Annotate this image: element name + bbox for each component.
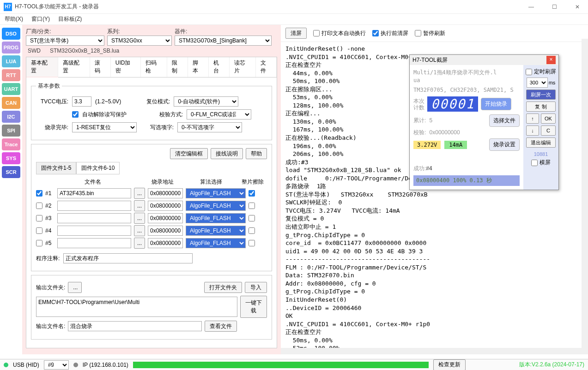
sidebar-uart[interactable]: UART (2, 83, 20, 95)
copy-button[interactable]: 复 制 (526, 101, 556, 112)
out-path-text[interactable]: EMMC\H7-TOOL\Programmer\User\Multi (36, 297, 237, 317)
fw-algo-1[interactable]: AlgoFile_FLASH (186, 188, 246, 198)
menu-target[interactable]: 目标板(Z) (58, 15, 82, 23)
fw-algo-2[interactable]: AlgoFile_FLASH (186, 201, 246, 211)
note-input[interactable] (63, 253, 193, 263)
fw-browse-2[interactable]: ... (134, 200, 145, 211)
open-folder-button[interactable]: 打开文件夹 (204, 282, 242, 293)
fw-tab-1-5[interactable]: 固件文件1-5 (36, 162, 76, 174)
tab-8[interactable]: 读芯片 (230, 57, 256, 77)
fw-file-2[interactable] (57, 201, 131, 211)
fw-erase-3[interactable] (249, 215, 255, 221)
sidebar-prog[interactable]: PROG (2, 42, 20, 54)
sidebar-rtt[interactable]: RTT (2, 69, 20, 81)
fw-erase-4[interactable] (249, 227, 255, 234)
fw-file-5[interactable] (57, 238, 131, 248)
c-button[interactable]: C (541, 125, 556, 136)
fw-file-1[interactable] (57, 188, 131, 198)
tab-3[interactable]: UID加密 (111, 57, 141, 77)
auto-unlock-checkbox[interactable] (72, 111, 79, 118)
exit-edit-button[interactable]: 退出编辑 (526, 137, 556, 148)
fw-browse-5[interactable]: ... (134, 238, 145, 249)
tab-6[interactable]: 脚本 (188, 57, 209, 77)
fw-enable-1[interactable] (36, 190, 42, 197)
capture-titlebar[interactable]: H7-TOOL截屏 × (410, 55, 558, 65)
tab-1[interactable]: 高级配置 (58, 57, 90, 77)
fw-algo-3[interactable]: AlgoFile_FLASH (186, 213, 246, 223)
reset-mode-select[interactable]: 0-自动模式(软件) (174, 96, 238, 107)
wrap-checkbox[interactable] (313, 30, 320, 36)
fw-algo-4[interactable]: AlgoFile_FLASH (186, 226, 246, 236)
tab-2[interactable]: 滚码 (90, 57, 111, 77)
fw-tab-6-10[interactable]: 固件文件6-10 (76, 162, 120, 174)
capture-close-button[interactable]: × (546, 56, 556, 64)
sidebar-lua[interactable]: LUA (2, 55, 20, 67)
fw-addr-5[interactable] (148, 238, 183, 248)
sidebar-spi[interactable]: SPI (2, 125, 20, 137)
tab-0[interactable]: 基本配置 (26, 57, 58, 78)
tab-5[interactable]: 限制 (167, 57, 188, 77)
device-num-select[interactable]: #99 (44, 360, 69, 370)
fw-browse-4[interactable]: ... (134, 225, 145, 236)
down-button[interactable]: ↓ (526, 125, 539, 136)
fw-file-3[interactable] (57, 213, 131, 223)
fw-algo-5[interactable]: AlgoFile_FLASH (186, 238, 246, 248)
device-select[interactable]: STM32G070xB_[SingBank] (175, 36, 272, 46)
fw-enable-3[interactable] (36, 215, 42, 221)
sidebar-trace[interactable]: Trace (2, 138, 20, 150)
log-scrollbar-h[interactable] (281, 348, 582, 354)
verify-select[interactable]: 0-FLM_CRC或读回校验 (187, 109, 251, 119)
view-file-button[interactable]: 查看文件 (205, 321, 237, 332)
clear-edit-button[interactable]: 清空编辑框 (170, 148, 208, 159)
write-opt-select[interactable]: 0-不写选项字 (177, 122, 242, 132)
select-file-button[interactable]: 选择文件 (489, 114, 520, 127)
fw-erase-1[interactable] (249, 190, 255, 197)
minimize-button[interactable]: — (524, 4, 538, 10)
fw-browse-3[interactable]: ... (134, 213, 145, 224)
menu-help[interactable]: 帮助(X) (5, 15, 23, 23)
landscape-checkbox[interactable] (531, 160, 538, 166)
menu-window[interactable]: 窗口(Y) (31, 15, 50, 23)
check-update-button[interactable]: 检查更新 (433, 359, 466, 370)
fw-erase-2[interactable] (249, 203, 255, 209)
timer-refresh-checkbox[interactable] (526, 69, 532, 75)
ok-button[interactable]: OK (541, 113, 556, 124)
burn-settings-button[interactable]: 烧录设置 (489, 138, 520, 151)
sidebar-scr[interactable]: SCR (2, 166, 20, 178)
log-scrollbar-v[interactable] (582, 39, 588, 354)
maximize-button[interactable]: ☐ (547, 4, 561, 10)
fw-erase-5[interactable] (249, 240, 255, 246)
fw-addr-1[interactable] (148, 188, 183, 198)
vendor-select[interactable]: ST(意法半导体) (26, 36, 104, 46)
tab-4[interactable]: 扫码枪 (141, 57, 167, 77)
fw-browse-1[interactable]: ... (134, 188, 145, 199)
fw-addr-2[interactable] (148, 201, 183, 211)
tvcc-input[interactable] (72, 96, 91, 107)
sidebar-i2c[interactable]: I2C (2, 111, 20, 123)
fw-help-button[interactable]: 帮助 (246, 148, 267, 159)
fw-enable-2[interactable] (36, 203, 42, 209)
sidebar-can[interactable]: CAN (2, 97, 20, 109)
pause-checkbox[interactable] (415, 30, 421, 36)
after-select[interactable]: 1-RESET复位 (72, 122, 137, 132)
preclear-checkbox[interactable] (372, 30, 379, 36)
fw-addr-4[interactable] (148, 226, 183, 236)
sidebar-sys[interactable]: SYS (2, 152, 20, 164)
tab-9[interactable]: 文件 (256, 57, 277, 77)
wiring-button[interactable]: 接线说明 (211, 148, 243, 159)
fw-addr-3[interactable] (148, 213, 183, 223)
sidebar-dso[interactable]: DSO (2, 28, 20, 40)
fw-enable-5[interactable] (36, 240, 42, 246)
download-button[interactable]: 一键下载 (240, 296, 267, 318)
fw-file-4[interactable] (57, 226, 131, 236)
tab-7[interactable]: 机台 (209, 57, 230, 77)
start-burn-button[interactable]: 开始烧录 (481, 98, 511, 110)
refresh-once-button[interactable]: 刷屏一次 (526, 90, 556, 100)
clear-log-button[interactable]: 清屏 (285, 28, 307, 39)
close-button[interactable]: ✕ (570, 4, 584, 10)
fw-enable-4[interactable] (36, 227, 42, 234)
interval-select[interactable]: 300 (527, 78, 548, 88)
series-select[interactable]: STM32G0xx (107, 36, 172, 46)
import-button[interactable]: 导入 (245, 282, 267, 293)
browse-folder-button[interactable]: ... (68, 282, 82, 293)
